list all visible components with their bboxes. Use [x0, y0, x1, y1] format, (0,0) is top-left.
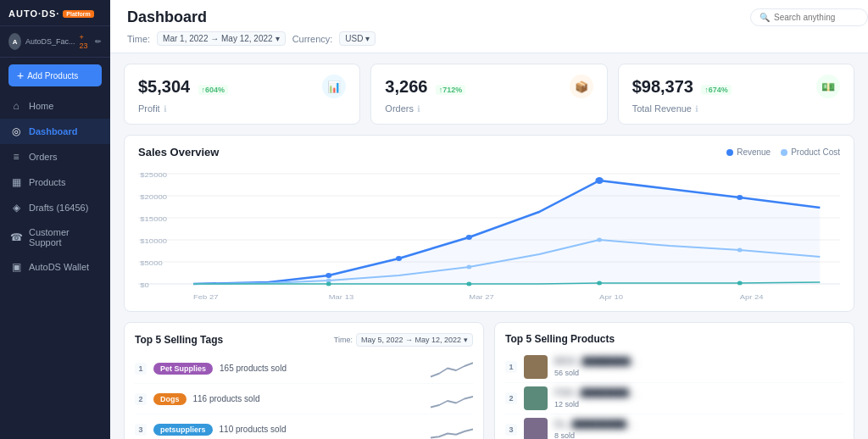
svg-point-28	[466, 282, 471, 286]
svg-point-19	[396, 256, 402, 261]
account-row[interactable]: A AutoDS_Fac... + 23 ✏	[0, 26, 110, 58]
nav-label-dashboard: Dashboard	[29, 126, 77, 136]
product-info: BROf...████████████ 56 sold	[554, 357, 843, 377]
kpi-value-profit: $5,304	[138, 77, 190, 96]
sidebar-item-orders[interactable]: ≡Orders	[0, 144, 110, 169]
kpi-info-icon-profit[interactable]: ℹ	[164, 104, 167, 114]
chevron-down-icon: ▾	[464, 336, 468, 344]
products-title: Top 5 Selling Products	[505, 333, 615, 345]
svg-text:Feb 27: Feb 27	[193, 293, 219, 301]
tag-badge: Dogs	[153, 393, 186, 405]
nav-icon-home: ⌂	[10, 100, 22, 112]
nav-label-wallet: AutoDS Wallet	[29, 262, 89, 272]
svg-text:$0: $0	[140, 281, 149, 289]
product-sold: 56 sold	[554, 369, 843, 377]
tag-row: 2 Dogs 116 products sold	[135, 384, 473, 414]
legend-label: Revenue	[737, 147, 771, 157]
main-area: Dashboard Time: Mar 1, 2022 → May 12, 20…	[110, 0, 868, 439]
kpi-label-revenue: Total Revenue ℹ	[632, 103, 840, 114]
kpi-top-orders: 3,266 ↑712% 📦	[385, 75, 593, 98]
kpi-value-revenue: $98,373	[632, 77, 693, 96]
search-input[interactable]	[774, 13, 859, 22]
tags-header: Top 5 Selling Tags Time: May 5, 2022 → M…	[135, 333, 473, 347]
sidebar-item-home[interactable]: ⌂Home	[0, 93, 110, 119]
kpi-pct-orders: ↑712%	[436, 85, 466, 95]
product-rank: 3	[505, 424, 517, 436]
tag-mini-chart	[431, 358, 473, 379]
tag-rank: 1	[135, 363, 147, 375]
tags-time-select[interactable]: May 5, 2022 → May 12, 2022 ▾	[356, 333, 473, 347]
product-image	[524, 418, 548, 439]
kpi-label-orders: Orders ℹ	[385, 103, 593, 114]
add-products-button[interactable]: + Add Products	[8, 64, 102, 86]
legend-label: Product Cost	[791, 147, 840, 157]
tags-time-label: Time:	[334, 336, 353, 344]
currency-select[interactable]: USD ▾	[339, 31, 376, 46]
currency-label: Currency:	[292, 34, 333, 44]
account-count: + 23	[80, 33, 91, 50]
sidebar-item-customer-support[interactable]: ☎Customer Support	[0, 220, 110, 254]
kpi-info-icon-orders[interactable]: ℹ	[417, 104, 420, 114]
svg-text:$5000: $5000	[140, 259, 162, 267]
kpi-pct-revenue: ↑674%	[701, 85, 732, 95]
currency-value: USD	[345, 34, 363, 43]
svg-point-30	[737, 281, 743, 286]
sidebar-item-drafts[interactable]: ◈Drafts (16456)	[0, 195, 110, 220]
kpi-row: $5,304 ↑604% 📊 Profit ℹ 3,266 ↑712% 📦 Or…	[124, 64, 854, 125]
kpi-card-profit: $5,304 ↑604% 📊 Profit ℹ	[124, 64, 360, 125]
product-info: Do...████████████ 8 sold	[554, 420, 843, 439]
products-section: Top 5 Selling Products 1 BROf...████████…	[494, 322, 854, 439]
sidebar-item-dashboard[interactable]: ◎Dashboard	[0, 119, 110, 144]
product-row: 3 Do...████████████ 8 sold	[505, 414, 843, 439]
tag-mini-chart	[431, 388, 473, 409]
time-label: Time:	[127, 34, 150, 44]
svg-text:Apr 24: Apr 24	[740, 293, 764, 301]
date-range-select[interactable]: Mar 1, 2022 → May 12, 2022 ▾	[157, 31, 286, 46]
kpi-value-group: $98,373 ↑674%	[632, 77, 732, 97]
nav-icon-wallet: ▣	[10, 261, 22, 273]
kpi-card-revenue: $98,373 ↑674% 💵 Total Revenue ℹ	[618, 64, 854, 125]
kpi-value-group: $5,304 ↑604%	[138, 77, 228, 97]
tag-sold-count: 116 products sold	[193, 394, 425, 403]
product-sold: 12 sold	[554, 400, 843, 408]
nav-icon-orders: ≡	[10, 151, 22, 163]
svg-point-21	[595, 177, 603, 184]
logo-text: AUTO·DS·	[8, 8, 59, 19]
svg-text:$25000: $25000	[140, 171, 167, 179]
kpi-icon-orders: 📦	[570, 75, 593, 98]
sidebar: AUTO·DS· Platform A AutoDS_Fac... + 23 ✏…	[0, 0, 110, 439]
product-rank: 1	[505, 361, 517, 373]
svg-point-20	[466, 235, 472, 240]
nav-label-orders: Orders	[29, 152, 58, 162]
product-image	[524, 386, 548, 410]
chevron-down-icon: ▾	[275, 34, 280, 43]
chart-legend: RevenueProduct Cost	[726, 147, 840, 157]
sidebar-item-wallet[interactable]: ▣AutoDS Wallet	[0, 254, 110, 280]
search-bar[interactable]: 🔍	[750, 8, 868, 26]
chart-header: Sales Overview RevenueProduct Cost	[138, 146, 840, 158]
edit-icon[interactable]: ✏	[95, 37, 102, 46]
chart-section: Sales Overview RevenueProduct Cost $2500…	[124, 135, 854, 312]
legend-dot	[781, 149, 787, 156]
tags-title: Top 5 Selling Tags	[135, 334, 223, 346]
products-header: Top 5 Selling Products	[505, 333, 843, 345]
product-name: FISH...████████████	[554, 388, 639, 397]
kpi-value-group: 3,266 ↑712%	[385, 77, 465, 97]
nav-label-customer-support: Customer Support	[29, 227, 100, 247]
search-icon: 🔍	[760, 13, 770, 22]
tags-time-area: Time: May 5, 2022 → May 12, 2022 ▾	[334, 333, 473, 347]
legend-dot	[726, 149, 733, 156]
tag-sold-count: 165 products sold	[220, 364, 424, 373]
chart-title: Sales Overview	[138, 146, 219, 158]
nav-icon-products: ▦	[10, 176, 22, 188]
legend-item-product-cost: Product Cost	[781, 147, 840, 157]
tag-rank: 2	[135, 393, 147, 405]
kpi-card-orders: 3,266 ↑712% 📦 Orders ℹ	[370, 64, 607, 125]
svg-text:$15000: $15000	[140, 215, 167, 223]
svg-point-18	[326, 273, 331, 278]
sidebar-item-products[interactable]: ▦Products	[0, 169, 110, 195]
nav-label-drafts: Drafts (16456)	[29, 203, 88, 213]
product-sold: 8 sold	[554, 431, 843, 439]
logo-area: AUTO·DS· Platform	[0, 0, 110, 26]
kpi-info-icon-revenue[interactable]: ℹ	[695, 104, 698, 114]
